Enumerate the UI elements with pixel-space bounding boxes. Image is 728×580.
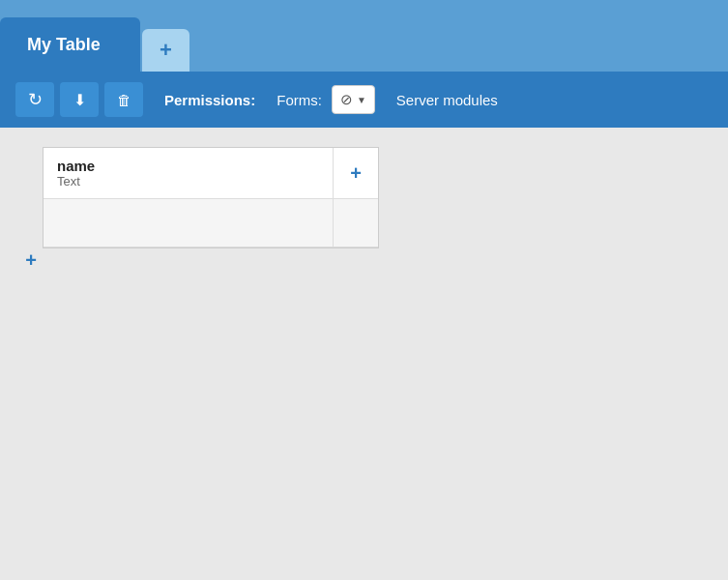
tab-add-icon: + bbox=[160, 38, 172, 63]
row-add-column: + bbox=[19, 147, 43, 561]
trash-icon: 🗑 bbox=[117, 92, 131, 108]
refresh-button[interactable]: ↻ bbox=[15, 82, 54, 117]
tab-my-table[interactable]: My Table bbox=[0, 17, 140, 72]
main-content: + name Text + bbox=[0, 128, 728, 580]
server-modules-label: Server modules bbox=[396, 92, 498, 108]
data-cell-add bbox=[334, 199, 378, 247]
add-column-icon: + bbox=[350, 162, 362, 184]
download-icon: ⬇ bbox=[73, 91, 86, 109]
column-type-label: Text bbox=[57, 174, 319, 188]
download-button[interactable]: ⬇ bbox=[60, 82, 99, 117]
column-name-label: name bbox=[57, 158, 319, 174]
refresh-icon: ↻ bbox=[28, 89, 43, 110]
add-column-cell: + bbox=[334, 148, 378, 199]
table: name Text + bbox=[43, 147, 379, 248]
delete-button[interactable]: 🗑 bbox=[104, 82, 143, 117]
forms-label: Forms: bbox=[277, 92, 322, 108]
chevron-down-icon: ▼ bbox=[357, 95, 366, 105]
data-cell[interactable] bbox=[44, 199, 334, 247]
add-row-icon: + bbox=[25, 249, 37, 272]
tab-add-button[interactable]: + bbox=[142, 29, 189, 72]
table-area: name Text + bbox=[43, 147, 709, 561]
toolbar: ↻ ⬇ 🗑 Permissions: Forms: ⊘ ▼ Server mod… bbox=[0, 72, 728, 128]
forms-dropdown[interactable]: ⊘ ▼ bbox=[332, 85, 375, 114]
column-header-row: name Text + bbox=[44, 148, 378, 199]
add-row-button[interactable]: + bbox=[19, 248, 43, 272]
tab-my-table-label: My Table bbox=[27, 35, 101, 55]
forms-value-icon: ⊘ bbox=[340, 91, 353, 108]
permissions-label: Permissions: bbox=[164, 92, 255, 108]
column-header-name[interactable]: name Text bbox=[44, 148, 334, 199]
table-row bbox=[44, 199, 378, 247]
tab-bar: My Table + bbox=[0, 0, 728, 72]
add-column-button[interactable]: + bbox=[350, 162, 362, 185]
